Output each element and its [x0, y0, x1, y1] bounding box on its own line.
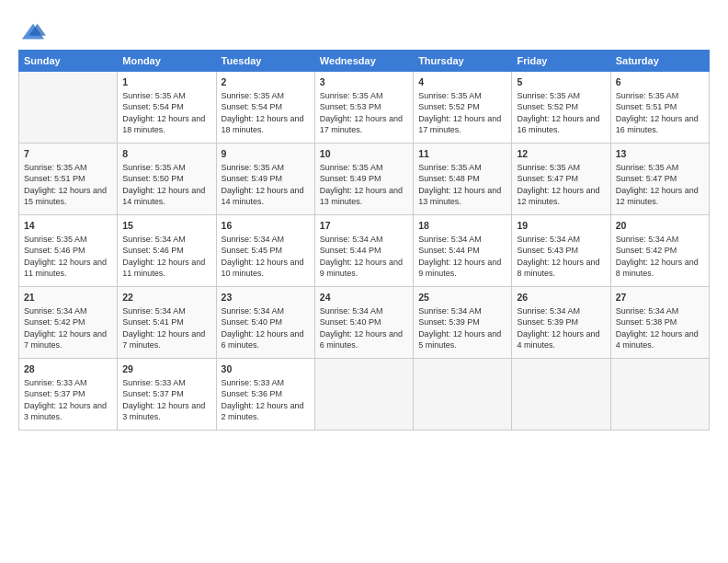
cell-info: Sunset: 5:37 PM — [24, 388, 112, 400]
cell-info: Sunrise: 5:35 AM — [222, 90, 310, 102]
cell-info: Sunset: 5:52 PM — [517, 101, 605, 113]
cell-info: Sunset: 5:53 PM — [320, 101, 408, 113]
weekday-header-sunday: Sunday — [19, 51, 118, 72]
day-number: 25 — [418, 291, 506, 304]
day-number: 13 — [616, 147, 704, 161]
calendar-cell: 18Sunrise: 5:34 AMSunset: 5:44 PMDayligh… — [414, 215, 512, 287]
day-number: 20 — [616, 219, 704, 233]
logo-icon — [20, 20, 46, 46]
cell-info: Daylight: 12 hours and 14 minutes. — [122, 185, 210, 208]
cell-info: Daylight: 12 hours and 9 minutes. — [320, 257, 408, 280]
day-number: 30 — [222, 362, 310, 376]
cell-info: Sunset: 5:41 PM — [122, 316, 210, 328]
cell-info: Sunset: 5:44 PM — [418, 245, 506, 257]
cell-info: Sunrise: 5:35 AM — [24, 162, 112, 174]
calendar-cell: 14Sunrise: 5:35 AMSunset: 5:46 PMDayligh… — [19, 215, 118, 287]
day-number: 18 — [418, 219, 506, 233]
calendar-cell: 30Sunrise: 5:33 AMSunset: 5:36 PMDayligh… — [216, 359, 314, 431]
calendar-cell: 8Sunrise: 5:35 AMSunset: 5:50 PMDaylight… — [118, 144, 216, 215]
cell-info: Sunrise: 5:34 AM — [122, 234, 210, 246]
day-number: 26 — [517, 291, 605, 304]
cell-info: Sunset: 5:44 PM — [320, 245, 408, 257]
cell-info: Daylight: 12 hours and 11 minutes. — [122, 257, 210, 280]
cell-info: Daylight: 12 hours and 3 minutes. — [122, 400, 210, 423]
weekday-header-friday: Friday — [512, 51, 610, 72]
cell-info: Sunset: 5:37 PM — [122, 388, 210, 400]
cell-info: Sunset: 5:43 PM — [517, 245, 605, 257]
calendar-week-5: 28Sunrise: 5:33 AMSunset: 5:37 PMDayligh… — [19, 359, 710, 431]
calendar-cell: 11Sunrise: 5:35 AMSunset: 5:48 PMDayligh… — [414, 144, 512, 215]
calendar-cell: 23Sunrise: 5:34 AMSunset: 5:40 PMDayligh… — [216, 287, 314, 359]
cell-info: Sunrise: 5:35 AM — [122, 162, 210, 174]
calendar-cell: 1Sunrise: 5:35 AMSunset: 5:54 PMDaylight… — [118, 72, 216, 144]
calendar-week-4: 21Sunrise: 5:34 AMSunset: 5:42 PMDayligh… — [19, 287, 710, 359]
calendar-cell: 2Sunrise: 5:35 AMSunset: 5:54 PMDaylight… — [216, 72, 314, 144]
cell-info: Sunset: 5:39 PM — [418, 316, 506, 328]
cell-info: Sunset: 5:46 PM — [24, 245, 112, 257]
day-number: 19 — [517, 219, 605, 233]
calendar-cell: 15Sunrise: 5:34 AMSunset: 5:46 PMDayligh… — [118, 215, 216, 287]
calendar-cell: 6Sunrise: 5:35 AMSunset: 5:51 PMDaylight… — [610, 72, 709, 144]
cell-info: Sunrise: 5:34 AM — [122, 305, 210, 317]
calendar-cell: 25Sunrise: 5:34 AMSunset: 5:39 PMDayligh… — [414, 287, 512, 359]
day-number: 1 — [122, 75, 210, 89]
calendar-cell: 28Sunrise: 5:33 AMSunset: 5:37 PMDayligh… — [19, 359, 118, 431]
calendar-week-2: 7Sunrise: 5:35 AMSunset: 5:51 PMDaylight… — [19, 144, 710, 215]
cell-info: Sunrise: 5:35 AM — [122, 90, 210, 102]
weekday-header-monday: Monday — [118, 51, 216, 72]
cell-info: Sunset: 5:54 PM — [122, 101, 210, 113]
day-number: 12 — [517, 147, 605, 161]
cell-info: Daylight: 12 hours and 16 minutes. — [616, 113, 704, 136]
day-number: 28 — [24, 362, 112, 376]
cell-info: Sunrise: 5:35 AM — [24, 234, 112, 246]
weekday-header-row: SundayMondayTuesdayWednesdayThursdayFrid… — [19, 51, 710, 72]
cell-info: Sunrise: 5:34 AM — [517, 234, 605, 246]
calendar-cell: 17Sunrise: 5:34 AMSunset: 5:44 PMDayligh… — [314, 215, 413, 287]
calendar-cell: 27Sunrise: 5:34 AMSunset: 5:38 PMDayligh… — [610, 287, 709, 359]
cell-info: Sunset: 5:49 PM — [222, 173, 310, 185]
calendar-cell: 10Sunrise: 5:35 AMSunset: 5:49 PMDayligh… — [314, 144, 413, 215]
day-number: 8 — [122, 147, 210, 161]
calendar-table: SundayMondayTuesdayWednesdayThursdayFrid… — [18, 50, 710, 431]
weekday-header-tuesday: Tuesday — [216, 51, 314, 72]
cell-info: Sunset: 5:40 PM — [222, 316, 310, 328]
day-number: 27 — [616, 291, 704, 304]
cell-info: Sunrise: 5:34 AM — [616, 234, 704, 246]
cell-info: Daylight: 12 hours and 12 minutes. — [616, 185, 704, 208]
day-number: 15 — [122, 219, 210, 233]
logo — [18, 20, 46, 46]
day-number: 29 — [122, 362, 210, 376]
cell-info: Sunrise: 5:35 AM — [616, 162, 704, 174]
day-number: 7 — [24, 147, 112, 161]
calendar-cell — [314, 359, 413, 431]
cell-info: Daylight: 12 hours and 11 minutes. — [24, 257, 112, 280]
cell-info: Sunset: 5:38 PM — [616, 316, 704, 328]
cell-info: Sunrise: 5:33 AM — [24, 377, 112, 389]
weekday-header-thursday: Thursday — [414, 51, 512, 72]
cell-info: Sunset: 5:52 PM — [418, 101, 506, 113]
cell-info: Sunrise: 5:35 AM — [418, 90, 506, 102]
cell-info: Sunset: 5:47 PM — [517, 173, 605, 185]
cell-info: Daylight: 12 hours and 4 minutes. — [517, 328, 605, 351]
cell-info: Daylight: 12 hours and 3 minutes. — [24, 400, 112, 423]
cell-info: Sunrise: 5:34 AM — [222, 234, 310, 246]
cell-info: Sunrise: 5:35 AM — [517, 162, 605, 174]
day-number: 22 — [122, 291, 210, 304]
cell-info: Sunset: 5:51 PM — [24, 173, 112, 185]
day-number: 16 — [222, 219, 310, 233]
cell-info: Sunset: 5:51 PM — [616, 101, 704, 113]
cell-info: Daylight: 12 hours and 15 minutes. — [24, 185, 112, 208]
day-number: 11 — [418, 147, 506, 161]
calendar-week-3: 14Sunrise: 5:35 AMSunset: 5:46 PMDayligh… — [19, 215, 710, 287]
cell-info: Daylight: 12 hours and 12 minutes. — [517, 185, 605, 208]
cell-info: Sunrise: 5:35 AM — [320, 90, 408, 102]
cell-info: Daylight: 12 hours and 6 minutes. — [222, 328, 310, 351]
calendar-cell: 9Sunrise: 5:35 AMSunset: 5:49 PMDaylight… — [216, 144, 314, 215]
day-number: 10 — [320, 147, 408, 161]
calendar-cell: 20Sunrise: 5:34 AMSunset: 5:42 PMDayligh… — [610, 215, 709, 287]
day-number: 24 — [320, 291, 408, 304]
calendar-cell: 4Sunrise: 5:35 AMSunset: 5:52 PMDaylight… — [414, 72, 512, 144]
calendar-week-1: 1Sunrise: 5:35 AMSunset: 5:54 PMDaylight… — [19, 72, 710, 144]
cell-info: Daylight: 12 hours and 7 minutes. — [24, 328, 112, 351]
cell-info: Daylight: 12 hours and 13 minutes. — [320, 185, 408, 208]
